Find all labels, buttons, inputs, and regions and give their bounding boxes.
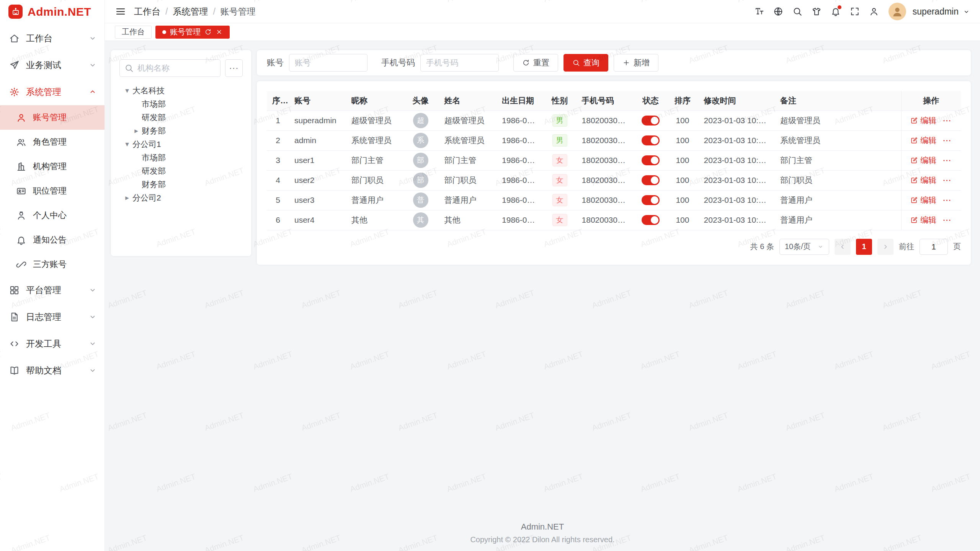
status-toggle[interactable] <box>642 155 660 165</box>
notification-icon[interactable] <box>827 3 844 20</box>
sidebar-item-business-test[interactable]: 业务测试 <box>0 52 105 78</box>
sidebar-item-log-management[interactable]: 日志管理 <box>0 303 105 330</box>
status-toggle[interactable] <box>642 195 660 205</box>
chevron-down-icon <box>88 286 97 294</box>
sidebar-item-help-docs[interactable]: 帮助文档 <box>0 357 105 384</box>
cell-nickname: 部门主管 <box>346 150 402 170</box>
cell-seq: 1 <box>267 111 289 130</box>
sidebar-item-notice[interactable]: 通知公告 <box>0 228 105 252</box>
cell-actions: 编辑 ⋯ <box>901 210 961 230</box>
tree-node[interactable]: ▸ 财务部 <box>119 124 243 137</box>
tab-workbench[interactable]: 工作台 <box>115 26 152 39</box>
cell-nickname: 系统管理员 <box>346 130 402 150</box>
tree-node[interactable]: 研发部 <box>119 164 243 178</box>
tree-node-label: 分公司1 <box>132 139 161 150</box>
sidebar-item-dev-tools[interactable]: 开发工具 <box>0 330 105 357</box>
logo[interactable]: Admin.NET <box>0 0 105 23</box>
hamburger-menu-icon[interactable] <box>115 6 126 17</box>
tree-node[interactable]: ▾ 分公司1 <box>119 137 243 151</box>
tree-node[interactable]: 财务部 <box>119 178 243 191</box>
language-icon[interactable] <box>770 3 787 20</box>
more-actions-button[interactable]: ⋯ <box>942 116 952 126</box>
cell-account: user1 <box>289 150 346 170</box>
user-icon[interactable] <box>866 3 882 20</box>
tree-node[interactable]: ▸ 分公司2 <box>119 191 243 204</box>
sidebar-item-account-management[interactable]: 账号管理 <box>0 105 105 130</box>
edit-button[interactable]: 编辑 <box>910 175 936 186</box>
sidebar-item-platform-management[interactable]: 平台管理 <box>0 277 105 303</box>
theme-icon[interactable] <box>808 3 825 20</box>
cell-name: 部门职员 <box>439 170 497 190</box>
footer-copyright: Copyright © 2022 Dilon All rights reserv… <box>105 535 980 544</box>
more-actions-button[interactable]: ⋯ <box>942 155 952 166</box>
sidebar-item-workbench[interactable]: 工作台 <box>0 25 105 52</box>
tree-node[interactable]: 研发部 <box>119 111 243 124</box>
page-size-select[interactable]: 10条/页 <box>779 239 829 255</box>
status-toggle[interactable] <box>642 175 660 185</box>
tree-node[interactable]: 市场部 <box>119 97 243 111</box>
page-number-button[interactable]: 1 <box>856 239 872 255</box>
cell-remark: 普通用户 <box>775 210 901 230</box>
refresh-icon <box>522 59 530 67</box>
edit-button[interactable]: 编辑 <box>910 135 936 146</box>
breadcrumb-item[interactable]: 工作台 <box>134 6 160 18</box>
row-avatar: 普 <box>413 192 428 208</box>
tree-node[interactable]: 市场部 <box>119 151 243 164</box>
col-phone: 手机号码 <box>577 91 635 111</box>
add-button[interactable]: 新增 <box>614 54 658 72</box>
cell-birth: 1986-06-28 <box>497 130 543 150</box>
page-content: ··· ▾ 大名科技 市场部 <box>105 41 980 551</box>
sidebar-item-role-management[interactable]: 角色管理 <box>0 130 105 154</box>
search-icon[interactable] <box>789 3 806 20</box>
tab-account-management[interactable]: 账号管理 <box>155 26 230 39</box>
org-more-button[interactable]: ··· <box>225 59 243 77</box>
cell-seq: 4 <box>267 170 289 190</box>
breadcrumb: 工作台 / 系统管理 / 账号管理 <box>134 6 256 18</box>
footer-app-name: Admin.NET <box>105 522 980 532</box>
edit-button[interactable]: 编辑 <box>910 115 936 126</box>
edit-button[interactable]: 编辑 <box>910 215 936 225</box>
status-toggle[interactable] <box>642 215 660 225</box>
next-page-button[interactable] <box>877 239 893 255</box>
account-input[interactable] <box>289 54 368 72</box>
col-account: 账号 <box>289 91 346 111</box>
tree-node-label: 市场部 <box>142 99 166 109</box>
edit-button[interactable]: 编辑 <box>910 155 936 166</box>
tab-label: 工作台 <box>122 27 145 37</box>
refresh-icon[interactable] <box>204 28 212 36</box>
cell-order: 100 <box>666 111 698 130</box>
breadcrumb-item[interactable]: 系统管理 <box>173 6 208 18</box>
sidebar-item-third-party-account[interactable]: 三方账号 <box>0 252 105 277</box>
header-actions: superadmin <box>751 3 970 20</box>
font-size-icon[interactable] <box>751 3 768 20</box>
more-actions-button[interactable]: ⋯ <box>942 175 952 186</box>
sidebar-item-position-management[interactable]: 职位管理 <box>0 179 105 203</box>
status-toggle[interactable] <box>642 135 660 145</box>
sidebar-item-personal-center[interactable]: 个人中心 <box>0 203 105 228</box>
chevron-down-icon <box>88 34 97 42</box>
prev-page-button[interactable] <box>835 239 851 255</box>
query-button[interactable]: 查询 <box>564 54 608 72</box>
reset-button[interactable]: 重置 <box>513 54 558 72</box>
cell-modified: 2023-01-03 10:59:44 <box>699 190 775 210</box>
org-name-search-input[interactable] <box>119 59 220 77</box>
cell-phone: 18020030720 <box>577 190 635 210</box>
chevron-down-icon[interactable] <box>963 8 970 15</box>
fullscreen-icon[interactable] <box>846 3 863 20</box>
close-icon[interactable] <box>216 28 223 36</box>
sidebar-item-org-management[interactable]: 机构管理 <box>0 154 105 179</box>
edit-button[interactable]: 编辑 <box>910 195 936 205</box>
more-actions-button[interactable]: ⋯ <box>942 195 952 205</box>
phone-input[interactable] <box>420 54 499 72</box>
more-actions-button[interactable]: ⋯ <box>942 215 952 225</box>
user-name[interactable]: superadmin <box>913 7 959 17</box>
status-toggle[interactable] <box>642 116 660 126</box>
more-actions-button[interactable]: ⋯ <box>942 135 952 146</box>
tree-node[interactable]: ▾ 大名科技 <box>119 84 243 97</box>
goto-page-input[interactable] <box>920 239 948 255</box>
col-birth: 出生日期 <box>497 91 543 111</box>
avatar[interactable] <box>889 3 906 20</box>
sidebar-item-system-management[interactable]: 系统管理 <box>0 78 105 105</box>
cell-avatar: 超 <box>402 111 439 130</box>
tree-node-label: 大名科技 <box>132 85 165 96</box>
